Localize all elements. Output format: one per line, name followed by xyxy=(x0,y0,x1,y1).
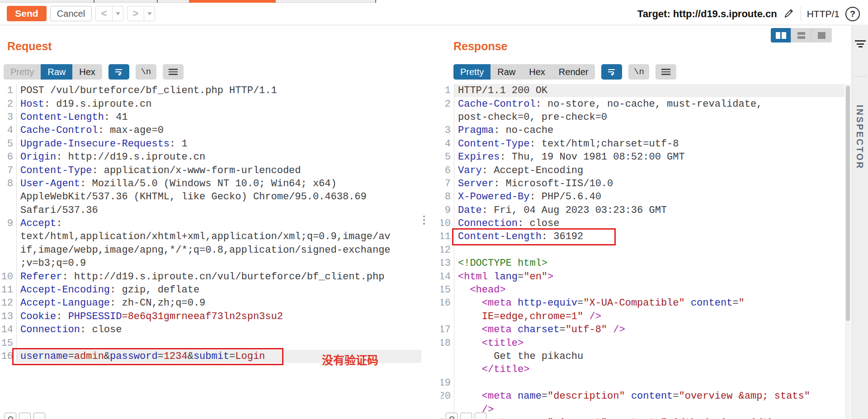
response-editor[interactable]: 1HTTP/1.1 200 OK2Cache-Control: no-store… xyxy=(441,84,844,419)
code-line: 2Host: d19.s.iproute.cn xyxy=(0,97,421,110)
toolbar-right: Target: http://d19.s.iproute.cn HTTP/1 ? xyxy=(637,6,860,22)
code-line-content: <head> xyxy=(454,283,844,297)
search-option-button[interactable] xyxy=(460,413,472,419)
code-line: 3Pragma: no-cache xyxy=(441,124,844,137)
code-line-content: </title> xyxy=(454,363,844,376)
line-number: 3 xyxy=(441,124,454,137)
forward-button[interactable]: > xyxy=(127,6,144,21)
response-panel-title: Response xyxy=(453,40,507,53)
line-number: 16 xyxy=(441,297,454,310)
line-number: 17 xyxy=(441,323,454,336)
line-number: 10 xyxy=(0,270,17,283)
code-line: 6Vary: Accept-Encoding xyxy=(441,164,844,177)
response-menu-button[interactable] xyxy=(656,64,676,80)
request-tab-row: PrettyRawHex \n xyxy=(4,64,184,80)
line-number: 10 xyxy=(441,217,454,230)
request-menu-button[interactable] xyxy=(163,64,184,80)
request-panel-title: Request xyxy=(7,40,52,53)
layout-columns-icon xyxy=(776,32,780,39)
line-number: 12 xyxy=(441,244,454,257)
request-newline-toggle-button[interactable]: \n xyxy=(136,64,156,80)
hamburger-menu-icon xyxy=(169,67,178,76)
inspector-label: INSPECTOR xyxy=(854,105,865,169)
code-line-content: Content-Type: text/html;charset=utf-8 xyxy=(454,137,844,151)
tab-raw[interactable]: Raw xyxy=(41,64,72,80)
code-line: 14Connection: close xyxy=(0,323,421,336)
response-wrap-toggle-button[interactable] xyxy=(601,64,622,80)
code-line-content: Server: Microsoft-IIS/10.0 xyxy=(454,177,844,190)
code-line-content: Accept-Encoding: gzip, deflate xyxy=(17,283,421,297)
filter-icon[interactable] xyxy=(855,40,866,49)
layout-toggle-group xyxy=(771,28,832,42)
code-line-content: Accept: xyxy=(17,217,421,230)
toolbar: Send Cancel < > Target: http://d19.s.ipr… xyxy=(0,3,868,25)
inspector-panel[interactable]: INSPECTOR xyxy=(852,26,868,419)
toolbar-divider xyxy=(801,7,801,21)
hamburger-menu-icon xyxy=(661,67,670,76)
search-option-button[interactable] xyxy=(475,413,486,419)
response-view-tabs: PrettyRawHexRender xyxy=(453,64,595,80)
code-line: if,image/webp,image/apng,*/*;q=0.8,appli… xyxy=(0,244,421,257)
code-line: 9Accept: xyxy=(0,217,421,230)
newline-icon: \n xyxy=(141,67,151,77)
search-icon[interactable] xyxy=(446,413,458,419)
code-line: Safari/537.36 xyxy=(0,204,421,217)
layout-rows-button[interactable] xyxy=(791,28,811,42)
response-scrollbar[interactable] xyxy=(845,84,851,419)
help-icon[interactable]: ? xyxy=(845,7,860,21)
cancel-button[interactable]: Cancel xyxy=(50,6,92,21)
back-dropdown-button[interactable] xyxy=(112,6,123,21)
code-line: AppleWebKit/537.36 (KHTML, like Gecko) C… xyxy=(0,190,421,203)
forward-dropdown-button[interactable] xyxy=(144,6,155,21)
response-newline-toggle-button[interactable]: \n xyxy=(628,64,649,80)
line-number: 13 xyxy=(0,310,17,323)
tab-hex[interactable]: Hex xyxy=(72,64,102,80)
target-label: Target: http://d19.s.iproute.cn xyxy=(637,8,777,20)
line-number: 18 xyxy=(441,336,454,349)
line-number xyxy=(441,111,454,124)
code-line: 8User-Agent: Mozilla/5.0 (Windows NT 10.… xyxy=(0,177,421,190)
code-line: 3Content-Length: 41 xyxy=(0,111,421,124)
request-editor[interactable]: 1POST /vul/burteforce/bf_client.php HTTP… xyxy=(0,84,421,419)
caret-down-icon xyxy=(147,12,152,15)
line-number: 7 xyxy=(0,164,17,177)
tab-hex[interactable]: Hex xyxy=(522,64,552,80)
tab-pretty[interactable]: Pretty xyxy=(4,64,41,80)
edit-target-button[interactable] xyxy=(783,7,795,21)
code-line: 5Upgrade-Insecure-Requests: 1 xyxy=(0,137,421,151)
search-option-button[interactable] xyxy=(19,413,31,419)
code-line: 16 <meta http-equiv="X-UA-Compatible" co… xyxy=(441,297,844,310)
code-line-content: Safari/537.36 xyxy=(17,204,421,217)
code-line: 12 xyxy=(441,244,844,257)
line-number: 8 xyxy=(441,190,454,203)
tab-pretty[interactable]: Pretty xyxy=(453,64,491,80)
request-wrap-toggle-button[interactable] xyxy=(108,64,129,80)
code-line: 1HTTP/1.1 200 OK xyxy=(441,84,844,97)
line-number: 6 xyxy=(441,164,454,177)
tab-raw[interactable]: Raw xyxy=(491,64,522,80)
code-line: 13<!DOCTYPE html> xyxy=(441,257,844,270)
code-line-content: Content-Length: 41 xyxy=(17,111,421,124)
code-line-content: Content-Length: 36192 xyxy=(454,230,844,243)
search-icon[interactable] xyxy=(5,413,16,419)
layout-columns-button[interactable] xyxy=(771,28,791,42)
code-line: 7Content-Type: application/x-www-form-ur… xyxy=(0,164,421,177)
code-line: 15 <head> xyxy=(441,283,844,297)
line-number: 16 xyxy=(0,350,17,363)
layout-single-button[interactable] xyxy=(811,28,832,42)
code-line-content: POST /vul/burteforce/bf_client.php HTTP/… xyxy=(17,84,421,97)
code-line: </title> xyxy=(441,363,844,376)
code-line: 8X-Powered-By: PHP/5.6.40 xyxy=(441,190,844,203)
back-button[interactable]: < xyxy=(96,6,112,21)
search-option-button[interactable] xyxy=(33,413,45,419)
scrollbar-thumb[interactable] xyxy=(846,86,850,321)
code-line-content: Upgrade-Insecure-Requests: 1 xyxy=(17,137,421,151)
line-number: 9 xyxy=(0,217,17,230)
newline-icon: \n xyxy=(634,67,644,77)
code-line: 4Cache-Control: max-age=0 xyxy=(0,124,421,137)
code-line-content: Connection: close xyxy=(17,323,421,336)
tab-render[interactable]: Render xyxy=(552,64,595,80)
line-number: 9 xyxy=(441,204,454,217)
panel-splitter-handle[interactable] xyxy=(423,216,425,226)
send-button[interactable]: Send xyxy=(7,6,47,21)
